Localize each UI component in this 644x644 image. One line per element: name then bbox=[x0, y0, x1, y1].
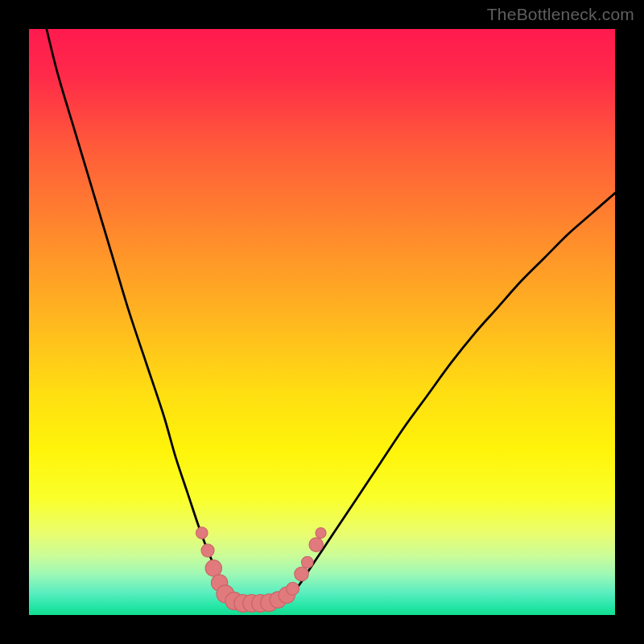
curve-marker bbox=[287, 582, 299, 595]
curve-marker bbox=[205, 560, 221, 576]
curve-markers bbox=[196, 527, 326, 613]
plot-area bbox=[29, 29, 615, 615]
chart-frame: TheBottleneck.com bbox=[0, 0, 644, 644]
curve-marker bbox=[295, 567, 308, 580]
curve-marker bbox=[201, 544, 214, 557]
curve-marker bbox=[302, 556, 314, 568]
chart-svg bbox=[29, 29, 615, 615]
watermark-text: TheBottleneck.com bbox=[487, 5, 634, 24]
curve-marker bbox=[196, 527, 208, 539]
curve-marker bbox=[316, 528, 326, 539]
bottleneck-curve bbox=[47, 29, 615, 604]
curve-marker bbox=[309, 538, 323, 551]
